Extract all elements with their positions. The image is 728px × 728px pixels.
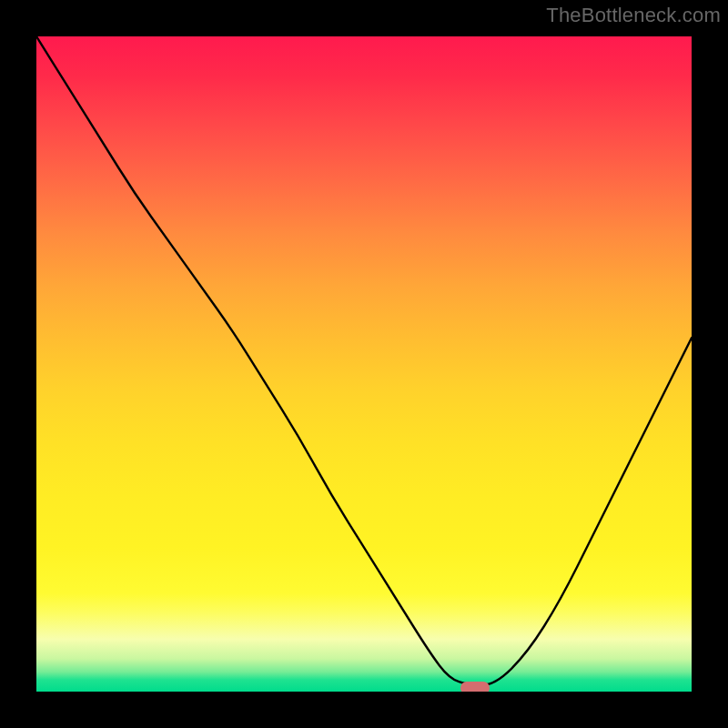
chart-frame: TheBottleneck.com [0, 0, 728, 728]
bottleneck-curve [36, 36, 692, 692]
curve-path [36, 36, 692, 685]
plot-area [36, 36, 692, 692]
watermark-label: TheBottleneck.com [546, 4, 721, 27]
optimal-marker-icon [460, 682, 490, 692]
